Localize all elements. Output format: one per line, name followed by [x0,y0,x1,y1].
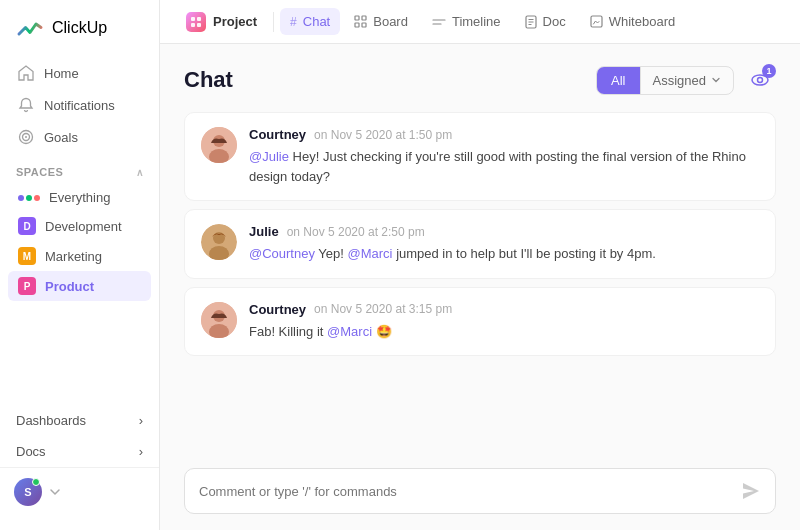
message-header: Julie on Nov 5 2020 at 2:50 pm @Courtney… [201,224,759,264]
chat-content: Chat All Assigned 1 [160,44,800,530]
message-body: Courtney on Nov 5 2020 at 3:15 pm Fab! K… [249,302,759,342]
development-icon: D [18,217,36,235]
header-actions: All Assigned 1 [596,64,776,96]
message-meta: Courtney on Nov 5 2020 at 1:50 pm [249,127,759,142]
target-icon [18,129,34,145]
julie-avatar-img [201,224,237,260]
page-title: Chat [184,67,233,93]
tab-doc[interactable]: Doc [515,8,576,35]
message-text: @Julie Hey! Just checking if you're stil… [249,147,759,186]
message-meta: Courtney on Nov 5 2020 at 3:15 pm [249,302,759,317]
send-icon[interactable] [741,481,761,501]
chevron-right-icon: › [139,413,143,428]
comment-input[interactable] [199,484,741,499]
spaces-chevron-icon[interactable]: ∧ [136,167,144,178]
clickup-logo-icon [16,14,44,42]
svg-rect-7 [355,16,359,20]
everything-icon [18,195,40,201]
message-card: Courtney on Nov 5 2020 at 3:15 pm Fab! K… [184,287,776,357]
comment-input-bar[interactable] [184,468,776,514]
user-profile[interactable]: S [0,467,159,516]
sidebar: ClickUp Home Notifications Goals Space [0,0,160,530]
main-area: Project # Chat Board Timeline [160,0,800,530]
sidebar-item-goals[interactable]: Goals [8,122,151,152]
whiteboard-icon [590,15,603,28]
spaces-header: Spaces ∧ [0,152,159,184]
sidebar-item-marketing[interactable]: M Marketing [8,241,151,271]
sidebar-item-docs[interactable]: Docs › [0,436,159,467]
tab-whiteboard[interactable]: Whiteboard [580,8,685,35]
svg-rect-4 [197,17,201,21]
notification-badge: 1 [762,64,776,78]
filter-group: All Assigned [596,66,734,95]
tab-board[interactable]: Board [344,8,418,35]
chevron-right-icon: › [139,444,143,459]
courtney2-avatar-img [201,302,237,338]
user-status-dot [32,478,40,486]
tab-divider [273,12,274,32]
svg-point-19 [758,78,763,83]
chevron-down-icon [48,485,62,499]
avatar-julie [201,224,237,260]
tabs-bar: Project # Chat Board Timeline [160,0,800,44]
message-body: Julie on Nov 5 2020 at 2:50 pm @Courtney… [249,224,759,264]
message-card: Julie on Nov 5 2020 at 2:50 pm @Courtney… [184,209,776,279]
sidebar-item-product[interactable]: P Product [8,271,151,301]
svg-rect-5 [191,23,195,27]
avatar-courtney-2 [201,302,237,338]
chevron-down-icon [711,75,721,85]
sidebar-item-everything[interactable]: Everything [8,184,151,211]
message-text: @Courtney Yep! @Marci jumped in to help … [249,244,759,264]
message-header: Courtney on Nov 5 2020 at 1:50 pm @Julie… [201,127,759,186]
product-icon: P [18,277,36,295]
courtney-avatar-img [201,127,237,163]
project-icon [186,12,206,32]
chat-header: Chat All Assigned 1 [184,64,776,96]
marketing-icon: M [18,247,36,265]
notification-bell-button[interactable]: 1 [744,64,776,96]
svg-rect-9 [355,23,359,27]
bell-icon [18,97,34,113]
sidebar-item-notifications[interactable]: Notifications [8,90,151,120]
logo[interactable]: ClickUp [0,14,159,58]
sidebar-item-home[interactable]: Home [8,58,151,88]
svg-point-24 [213,232,225,244]
message-header: Courtney on Nov 5 2020 at 3:15 pm Fab! K… [201,302,759,342]
sidebar-item-dashboards[interactable]: Dashboards › [0,405,159,436]
sidebar-bottom: Dashboards › Docs › S [0,405,159,516]
svg-point-2 [25,136,27,138]
sidebar-item-development[interactable]: D Development [8,211,151,241]
message-card: Courtney on Nov 5 2020 at 1:50 pm @Julie… [184,112,776,201]
tab-project[interactable]: Project [176,6,267,38]
doc-icon [525,15,537,29]
sidebar-nav: Home Notifications Goals [0,58,159,152]
filter-all-button[interactable]: All [597,67,639,94]
message-meta: Julie on Nov 5 2020 at 2:50 pm [249,224,759,239]
logo-text: ClickUp [52,19,107,37]
avatar-courtney [201,127,237,163]
chat-messages: Courtney on Nov 5 2020 at 1:50 pm @Julie… [184,112,776,456]
svg-rect-3 [191,17,195,21]
board-icon [354,15,367,28]
svg-rect-8 [362,16,366,20]
home-icon [18,65,34,81]
message-body: Courtney on Nov 5 2020 at 1:50 pm @Julie… [249,127,759,186]
svg-rect-10 [362,23,366,27]
hash-icon: # [290,15,297,29]
filter-assigned-button[interactable]: Assigned [640,67,733,94]
timeline-icon [432,17,446,27]
tab-timeline[interactable]: Timeline [422,8,511,35]
svg-rect-6 [197,23,201,27]
message-text: Fab! Killing it @Marci 🤩 [249,322,759,342]
tab-chat[interactable]: # Chat [280,8,340,35]
